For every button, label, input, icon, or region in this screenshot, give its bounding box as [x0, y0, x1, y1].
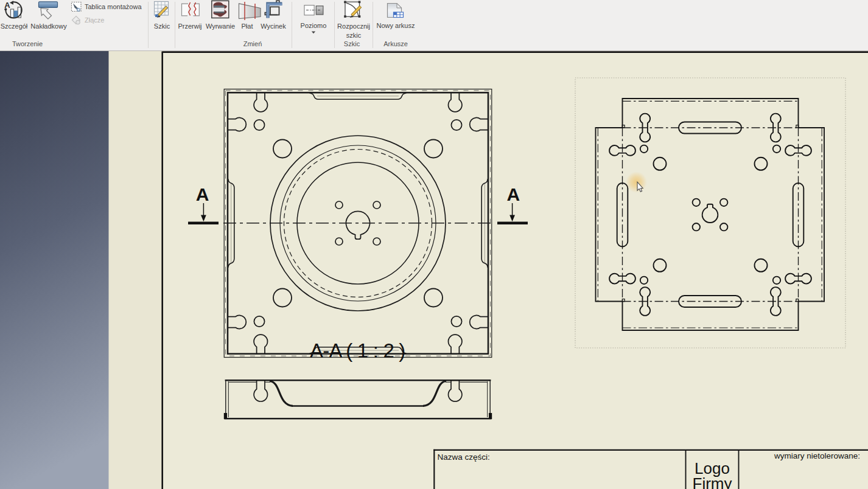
svg-text:Nazwa części:: Nazwa części:: [438, 453, 490, 462]
svg-text:A: A: [507, 184, 520, 204]
svg-text:A: A: [4, 1, 10, 10]
svg-text:Firmy: Firmy: [693, 474, 732, 489]
svg-text:A: A: [196, 184, 209, 204]
svg-text:wymiary nietolerowane:: wymiary nietolerowane:: [774, 451, 860, 460]
svg-text:A-A ( 1 : 2 ): A-A ( 1 : 2 ): [310, 339, 405, 362]
